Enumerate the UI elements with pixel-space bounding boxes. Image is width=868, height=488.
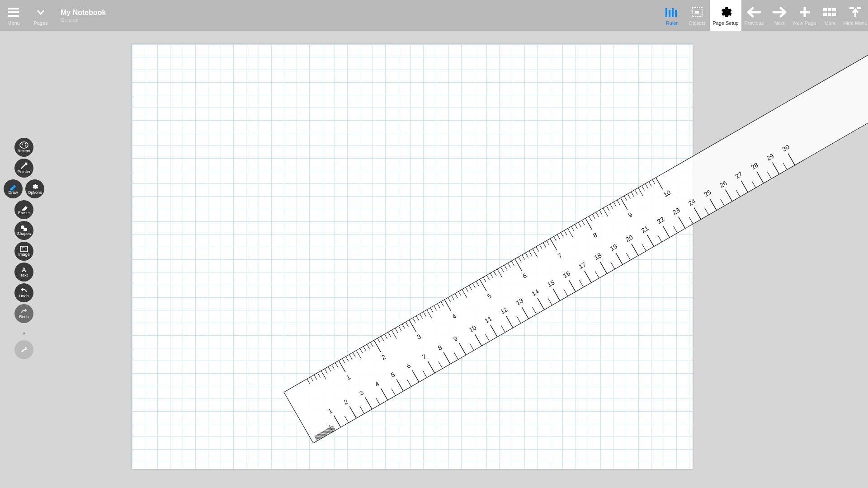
more-label: More: [824, 20, 835, 26]
image-icon: [20, 246, 28, 252]
svg-point-27: [23, 248, 25, 250]
collapse-up-icon: [849, 5, 862, 19]
shapes-icon: [20, 225, 28, 231]
pages-button[interactable]: Pages: [27, 0, 54, 31]
more-button[interactable]: More: [817, 0, 843, 31]
svg-point-22: [25, 143, 26, 145]
recent-label: Recent: [18, 149, 31, 153]
hide-menu-button[interactable]: Hide Menu: [843, 0, 868, 31]
pencil-icon: [9, 183, 17, 190]
notebook-title: My Notebook: [61, 9, 106, 17]
tool-palette: Recent Pointer Draw Options Eraser Shape…: [4, 138, 44, 359]
notebook-title-block: My Notebook General: [54, 0, 106, 31]
text-tool[interactable]: A Text: [14, 263, 33, 282]
eraser-icon: [20, 204, 28, 211]
svg-point-23: [25, 145, 27, 147]
svg-line-29: [141, 96, 268, 112]
recent-tool[interactable]: Recent: [14, 138, 33, 157]
undo-label: Undo: [19, 294, 29, 298]
menu-button[interactable]: Menu: [0, 0, 27, 31]
notebook-subtitle: General: [61, 17, 106, 23]
hide-menu-label: Hide Menu: [843, 20, 867, 26]
drawn-strokes: [132, 44, 268, 112]
undo-tool[interactable]: Undo: [14, 283, 33, 302]
draw-tool[interactable]: Draw: [4, 179, 23, 198]
arrow-right-icon: [772, 5, 787, 19]
svg-text:A: A: [22, 267, 26, 273]
page-setup-label: Page Setup: [712, 20, 739, 26]
ruler-button[interactable]: Ruler: [659, 0, 684, 31]
objects-button[interactable]: Objects: [684, 0, 710, 31]
pointer-tool[interactable]: Pointer: [14, 159, 33, 178]
ruler-label: Ruler: [666, 20, 678, 26]
image-label: Image: [18, 252, 29, 257]
gear-icon: [31, 183, 39, 190]
ruler-icon: [665, 5, 679, 19]
svg-rect-16: [832, 13, 836, 16]
draw-options[interactable]: Options: [25, 179, 44, 198]
hamburger-icon: [7, 5, 20, 19]
svg-rect-12: [828, 8, 831, 11]
eraser-tool[interactable]: Eraser: [14, 200, 33, 219]
redo-tool[interactable]: Redo: [14, 304, 33, 323]
wrench-icon: [19, 345, 28, 354]
canvas-area: [105, 31, 868, 488]
svg-rect-25: [24, 228, 27, 231]
palette-icon: [19, 141, 28, 149]
svg-rect-11: [823, 8, 827, 11]
objects-icon: [691, 5, 703, 19]
pointer-label: Pointer: [18, 169, 31, 174]
svg-rect-13: [832, 8, 836, 11]
settings-tool[interactable]: [14, 340, 33, 359]
pages-label: Pages: [33, 20, 47, 26]
chevron-down-icon: [36, 5, 46, 19]
new-page-button[interactable]: New Page: [792, 0, 817, 31]
objects-label: Objects: [689, 20, 705, 26]
previous-button[interactable]: Previous: [741, 0, 767, 31]
notebook-page[interactable]: [132, 44, 693, 469]
image-tool[interactable]: Image: [14, 242, 33, 261]
shapes-tool[interactable]: Shapes: [14, 221, 33, 240]
svg-rect-8: [695, 11, 699, 14]
new-page-label: New Page: [793, 20, 816, 26]
options-label: Options: [28, 190, 42, 195]
plus-icon: [798, 5, 811, 19]
more-grid-icon: [823, 5, 837, 19]
svg-point-20: [20, 142, 28, 148]
redo-label: Redo: [19, 314, 29, 319]
undo-icon: [20, 287, 28, 294]
svg-rect-14: [823, 13, 827, 16]
redo-icon: [20, 308, 28, 314]
menu-label: Menu: [7, 20, 20, 26]
page-setup-button[interactable]: Page Setup: [710, 0, 741, 31]
gear-icon: [719, 5, 732, 19]
next-button[interactable]: Next: [767, 0, 792, 31]
svg-point-21: [22, 144, 23, 145]
draw-label: Draw: [8, 190, 18, 195]
pointer-icon: [20, 162, 28, 169]
text-icon: A: [20, 267, 28, 273]
next-label: Next: [774, 20, 785, 26]
previous-label: Previous: [745, 20, 764, 26]
text-label: Text: [20, 273, 28, 277]
svg-rect-15: [828, 13, 831, 16]
expand-caret[interactable]: ^: [23, 331, 26, 338]
top-bar: Menu Pages My Notebook General Ruler Obj…: [0, 0, 868, 31]
svg-rect-26: [20, 246, 28, 252]
shapes-label: Shapes: [17, 231, 31, 236]
eraser-label: Eraser: [18, 211, 30, 215]
arrow-left-icon: [746, 5, 762, 19]
